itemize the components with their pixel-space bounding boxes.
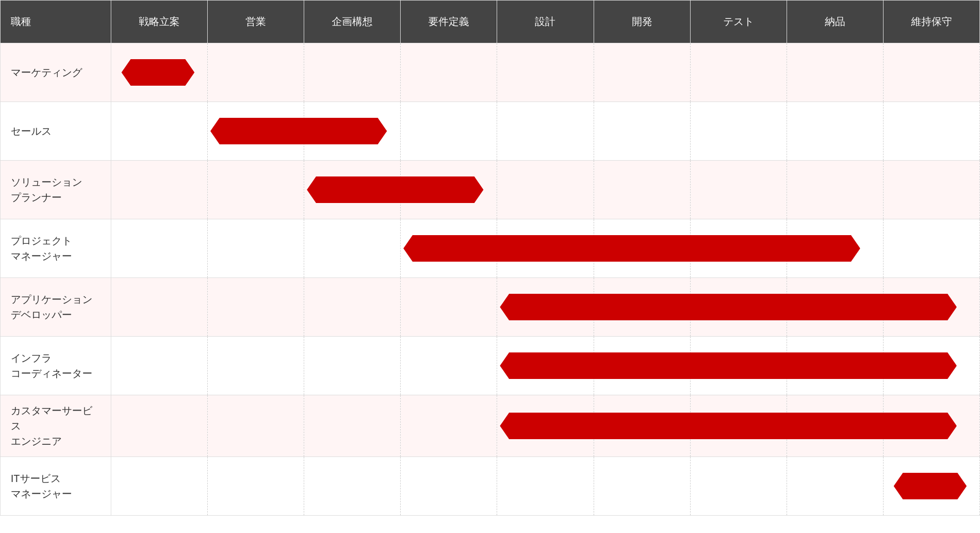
phase-cell (787, 43, 883, 102)
phase-cell (401, 457, 497, 516)
phase-cell (690, 43, 787, 102)
table-row: アプリケーション デベロッパー (1, 278, 980, 337)
phase-cell (208, 395, 304, 457)
phase-cell (497, 457, 594, 516)
phase-cell (883, 43, 979, 102)
phase-cell (883, 102, 979, 161)
phase-cell (883, 161, 979, 219)
phase-cell (594, 457, 690, 516)
phase-cell (208, 337, 304, 395)
phase-cell (208, 457, 304, 516)
gantt-bar (307, 176, 483, 203)
job-label: インフラ コーディネーター (1, 337, 111, 395)
phase-cell (690, 102, 787, 161)
phase-cell (594, 161, 690, 219)
table-row: セールス (1, 102, 980, 161)
phase-cell (208, 219, 304, 278)
job-label: セールス (1, 102, 111, 161)
job-label: アプリケーション デベロッパー (1, 278, 111, 337)
phase-cell (787, 457, 883, 516)
phase-cell (208, 278, 304, 337)
job-label: プロジェクト マネージャー (1, 219, 111, 278)
phase-cell (883, 457, 979, 516)
phase-cell (690, 161, 787, 219)
phase-cell (304, 161, 401, 219)
gantt-bar (894, 473, 967, 499)
phase-cell (401, 278, 497, 337)
header-phase-7: 納品 (787, 1, 883, 43)
phase-cell (787, 102, 883, 161)
gantt-bar (121, 59, 194, 86)
header-phase-5: 開発 (594, 1, 690, 43)
phase-cell (111, 43, 208, 102)
phase-cell (304, 395, 401, 457)
phase-cell (111, 278, 208, 337)
phase-cell (690, 457, 787, 516)
phase-cell (787, 161, 883, 219)
phase-cell (497, 43, 594, 102)
header-phase-2: 企画構想 (304, 1, 401, 43)
gantt-bar (403, 235, 860, 262)
gantt-bar (500, 294, 957, 320)
phase-cell (497, 102, 594, 161)
table-row: カスタマーサービス エンジニア (1, 395, 980, 457)
phase-cell (497, 161, 594, 219)
phase-cell (594, 102, 690, 161)
phase-cell (111, 102, 208, 161)
header-phase-6: テスト (690, 1, 787, 43)
phase-cell (883, 219, 979, 278)
phase-cell (497, 337, 594, 395)
phase-cell (401, 43, 497, 102)
phase-cell (304, 43, 401, 102)
header-phase-3: 要件定義 (401, 1, 497, 43)
gantt-table: 職種 戦略立案 営業 企画構想 要件定義 設計 開発 テスト 納品 維持保守 マ… (0, 0, 980, 516)
phase-cell (594, 43, 690, 102)
job-label: カスタマーサービス エンジニア (1, 395, 111, 457)
table-row: ITサービス マネージャー (1, 457, 980, 516)
phase-cell (111, 395, 208, 457)
header-phase-0: 戦略立案 (111, 1, 208, 43)
header-phase-4: 設計 (497, 1, 594, 43)
phase-cell (208, 161, 304, 219)
gantt-bar (500, 352, 957, 379)
table-row: マーケティング (1, 43, 980, 102)
phase-cell (401, 395, 497, 457)
phase-cell (304, 337, 401, 395)
phase-cell (304, 219, 401, 278)
table-row: インフラ コーディネーター (1, 337, 980, 395)
header-job-col: 職種 (1, 1, 111, 43)
job-label: ソリューション プランナー (1, 161, 111, 219)
job-label: マーケティング (1, 43, 111, 102)
header-phase-8: 維持保守 (883, 1, 979, 43)
phase-cell (208, 102, 304, 161)
table-row: プロジェクト マネージャー (1, 219, 980, 278)
phase-cell (497, 395, 594, 457)
gantt-bar (500, 413, 957, 439)
header-phase-1: 営業 (208, 1, 304, 43)
header-row: 職種 戦略立案 営業 企画構想 要件定義 設計 開発 テスト 納品 維持保守 (1, 1, 980, 43)
phase-cell (111, 457, 208, 516)
job-label: ITサービス マネージャー (1, 457, 111, 516)
gantt-bar (210, 118, 387, 144)
phase-cell (111, 219, 208, 278)
phase-cell (304, 457, 401, 516)
phase-cell (304, 278, 401, 337)
table-row: ソリューション プランナー (1, 161, 980, 219)
phase-cell (111, 161, 208, 219)
phase-cell (497, 278, 594, 337)
phase-cell (208, 43, 304, 102)
phase-cell (111, 337, 208, 395)
phase-cell (401, 102, 497, 161)
phase-cell (401, 219, 497, 278)
phase-cell (401, 337, 497, 395)
